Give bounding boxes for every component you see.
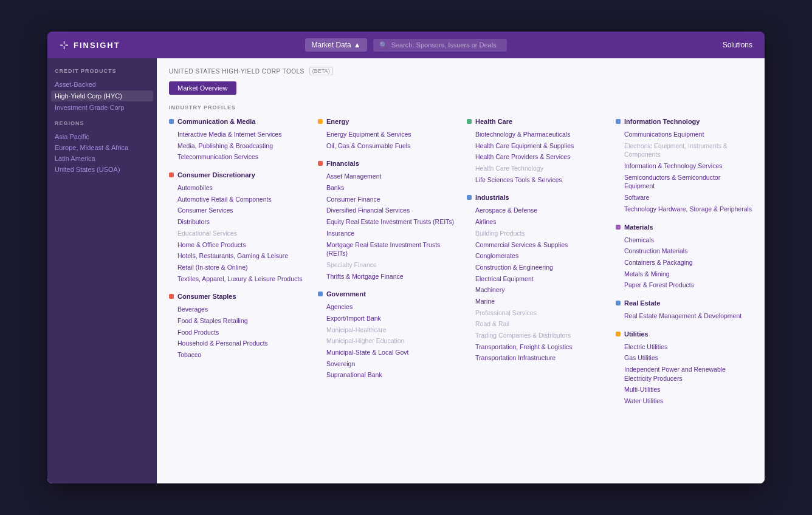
industry-item[interactable]: Real Estate Management & Development	[616, 310, 752, 322]
industry-item[interactable]: Media, Publishing & Broadcasting	[169, 140, 306, 152]
search-input[interactable]	[391, 41, 501, 49]
industry-item[interactable]: Multi-Utilities	[616, 384, 752, 395]
industry-item[interactable]: Tobacco	[169, 349, 306, 361]
industry-item[interactable]: Energy Equipment & Services	[318, 129, 455, 140]
industry-item[interactable]: Banks	[318, 182, 455, 194]
industry-item[interactable]: Marine	[467, 296, 604, 307]
industry-item: Municipal-Higher Education	[318, 335, 455, 347]
industry-item[interactable]: Home & Office Products	[169, 239, 306, 251]
category-header-3-2: Real Estate	[616, 299, 752, 307]
industry-item[interactable]: Commercial Services & Supplies	[467, 239, 604, 251]
industry-item[interactable]: Paper & Forest Products	[616, 279, 752, 291]
industry-item[interactable]: Transportation, Freight & Logistics	[467, 341, 604, 353]
industry-item[interactable]: Interactive Media & Internet Services	[169, 129, 306, 140]
industry-item[interactable]: Mortgage Real Estate Investment Trusts (…	[318, 239, 455, 259]
industry-item[interactable]: Water Utilities	[616, 395, 752, 407]
industry-item[interactable]: Construction Materials	[616, 245, 752, 257]
industry-item[interactable]: Construction & Engineering	[467, 262, 604, 273]
industry-item[interactable]: Transportation Infrastructure	[467, 352, 604, 364]
category-dot	[318, 119, 323, 124]
industry-col-2: Health CareBiotechnology & Pharmaceutica…	[467, 118, 604, 407]
industry-item[interactable]: Municipal-State & Local Govt	[318, 347, 455, 358]
industry-item[interactable]: Textiles, Apparel, Luxury & Leisure Prod…	[169, 273, 306, 285]
sidebar-item-united-states[interactable]: United States (USOA)	[55, 164, 150, 175]
breadcrumb-text: UNITED STATES HIGH-YIELD CORP TOOLS	[169, 68, 304, 75]
industry-item[interactable]: Electrical Equipment	[467, 273, 604, 285]
industry-item[interactable]: Telecommunication Services	[169, 151, 306, 163]
industry-item[interactable]: Information & Technology Services	[616, 160, 752, 172]
industry-item[interactable]: Machinery	[467, 284, 604, 296]
industry-profiles-label: INDUSTRY PROFILES	[169, 104, 752, 111]
industry-item[interactable]: Technology Hardware, Storage & Periphera…	[616, 203, 752, 215]
category-dot	[467, 195, 472, 200]
industry-item[interactable]: Thrifts & Mortgage Finance	[318, 271, 455, 282]
logo-icon: ⊹	[60, 38, 69, 52]
industry-item[interactable]: Export/Import Bank	[318, 313, 455, 324]
industry-item[interactable]: Semiconductors & Semiconductor Equipment	[616, 172, 752, 192]
industry-item[interactable]: Sovereign	[318, 358, 455, 370]
sidebar-item-asset-backed[interactable]: Asset-Backed	[55, 79, 150, 90]
tab-market-overview[interactable]: Market Overview	[169, 81, 236, 95]
industry-item[interactable]: Aerospace & Defense	[467, 205, 604, 216]
industry-item[interactable]: Insurance	[318, 228, 455, 239]
nav-center: Market Data ▲ 🔍	[305, 38, 506, 52]
industry-item[interactable]: Communications Equipment	[616, 129, 752, 140]
industry-item[interactable]: Beverages	[169, 304, 306, 315]
sidebar-item-asia-pacific[interactable]: Asia Pacific	[55, 131, 150, 142]
industry-item[interactable]: Gas Utilities	[616, 352, 752, 364]
industry-item[interactable]: Supranational Bank	[318, 369, 455, 381]
industry-item: Professional Services	[467, 307, 604, 319]
industry-item: Educational Services	[169, 228, 306, 239]
category-dot	[169, 119, 174, 124]
industry-item[interactable]: Hotels, Restaurants, Gaming & Leisure	[169, 250, 306, 262]
industry-item[interactable]: Containers & Packaging	[616, 257, 752, 268]
category-header-1-1: Financials	[318, 160, 455, 167]
solutions-button[interactable]: Solutions	[723, 41, 752, 49]
logo-text: FINSIGHT	[74, 41, 120, 50]
industry-item[interactable]: Diversified Financial Services	[318, 205, 455, 216]
industry-item[interactable]: Distributors	[169, 216, 306, 228]
industry-item[interactable]: Software	[616, 192, 752, 203]
industry-item[interactable]: Equity Real Estate Investment Trusts (RE…	[318, 216, 455, 228]
sidebar-item-europe[interactable]: Europe, Mideast & Africa	[55, 142, 150, 153]
search-icon: 🔍	[379, 41, 388, 49]
industry-item[interactable]: Life Sciences Tools & Services	[467, 174, 604, 186]
industry-item[interactable]: Health Care Providers & Services	[467, 151, 604, 163]
logo-area: ⊹ FINSIGHT	[60, 38, 305, 52]
industry-item[interactable]: Consumer Finance	[318, 194, 455, 205]
industry-item[interactable]: Independent Power and Renewable Electric…	[616, 364, 752, 384]
category-dot	[616, 119, 621, 124]
industry-item[interactable]: Food Products	[169, 327, 306, 338]
industry-item: Health Care Technology	[467, 163, 604, 174]
industry-col-1: EnergyEnergy Equipment & ServicesOil, Ga…	[318, 118, 455, 407]
category-header-0-2: Consumer Staples	[169, 293, 306, 300]
industry-item[interactable]: Retail (In-store & Online)	[169, 262, 306, 273]
industry-item[interactable]: Electric Utilities	[616, 341, 752, 353]
industry-grid: Communication & MediaInteractive Media &…	[169, 118, 752, 407]
industry-item[interactable]: Biotechnology & Pharmaceuticals	[467, 129, 604, 140]
category-name: Government	[326, 290, 366, 298]
sidebar-item-investment-grade[interactable]: Investment Grade Corp	[55, 102, 150, 113]
industry-item[interactable]: Food & Staples Retailing	[169, 315, 306, 327]
industry-item[interactable]: Asset Management	[318, 171, 455, 182]
industry-item[interactable]: Health Care Equipment & Supplies	[467, 140, 604, 152]
industry-item[interactable]: Consumer Services	[169, 205, 306, 216]
industry-item[interactable]: Automobiles	[169, 182, 306, 194]
category-dot	[467, 119, 472, 124]
industry-item[interactable]: Oil, Gas & Consumable Fuels	[318, 140, 455, 152]
industry-item[interactable]: Conglomerates	[467, 250, 604, 262]
industry-item[interactable]: Airlines	[467, 216, 604, 228]
industry-item[interactable]: Metals & Mining	[616, 268, 752, 280]
beta-badge: (BETA)	[309, 67, 333, 75]
industry-item[interactable]: Household & Personal Products	[169, 338, 306, 349]
category-name: Materials	[624, 223, 653, 231]
top-navigation: ⊹ FINSIGHT Market Data ▲ 🔍 Solutions	[47, 32, 765, 58]
industry-item[interactable]: Agencies	[318, 301, 455, 313]
sidebar-item-hyc[interactable]: High-Yield Corp (HYC)	[51, 90, 153, 101]
category-dot	[616, 332, 621, 336]
category-header-2-0: Health Care	[467, 118, 604, 125]
market-data-button[interactable]: Market Data ▲	[305, 38, 366, 52]
industry-item[interactable]: Chemicals	[616, 234, 752, 246]
sidebar-item-latin-america[interactable]: Latin America	[55, 153, 150, 164]
industry-item[interactable]: Automotive Retail & Components	[169, 194, 306, 205]
